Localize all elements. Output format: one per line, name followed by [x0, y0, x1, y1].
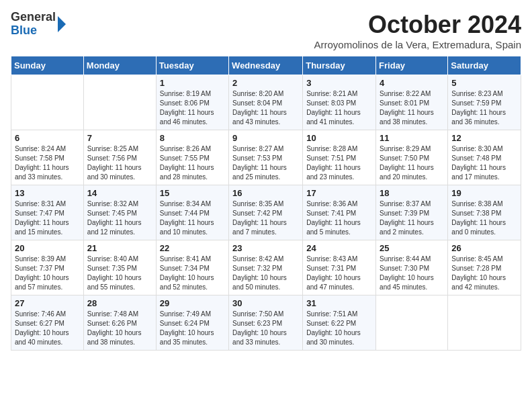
day-number: 24 — [306, 243, 372, 253]
day-number: 13 — [15, 188, 80, 198]
day-number: 2 — [232, 78, 299, 88]
day-info: Sunrise: 8:38 AM Sunset: 7:38 PM Dayligh… — [451, 199, 517, 237]
calendar-table: SundayMondayTuesdayWednesdayThursdayFrid… — [11, 56, 521, 351]
day-info: Sunrise: 8:20 AM Sunset: 8:04 PM Dayligh… — [232, 89, 299, 127]
day-info: Sunrise: 8:21 AM Sunset: 8:03 PM Dayligh… — [306, 89, 372, 127]
day-info: Sunrise: 8:22 AM Sunset: 8:01 PM Dayligh… — [380, 89, 444, 127]
day-info: Sunrise: 8:37 AM Sunset: 7:39 PM Dayligh… — [380, 199, 444, 237]
day-number: 5 — [451, 78, 517, 88]
calendar-cell: 3Sunrise: 8:21 AM Sunset: 8:03 PM Daylig… — [303, 75, 376, 130]
day-number: 17 — [306, 188, 372, 198]
weekday-header-thursday: Thursday — [303, 56, 376, 75]
calendar-cell: 16Sunrise: 8:35 AM Sunset: 7:42 PM Dayli… — [229, 185, 303, 240]
calendar-cell: 19Sunrise: 8:38 AM Sunset: 7:38 PM Dayli… — [448, 185, 521, 240]
calendar-cell: 6Sunrise: 8:24 AM Sunset: 7:58 PM Daylig… — [11, 130, 84, 185]
day-number: 18 — [380, 188, 444, 198]
calendar-cell: 5Sunrise: 8:23 AM Sunset: 7:59 PM Daylig… — [448, 75, 521, 130]
day-info: Sunrise: 8:44 AM Sunset: 7:30 PM Dayligh… — [380, 255, 444, 292]
day-info: Sunrise: 8:24 AM Sunset: 7:58 PM Dayligh… — [15, 144, 80, 182]
calendar-cell: 4Sunrise: 8:22 AM Sunset: 8:01 PM Daylig… — [376, 75, 448, 130]
calendar-cell: 11Sunrise: 8:29 AM Sunset: 7:50 PM Dayli… — [376, 130, 448, 185]
day-number: 1 — [160, 78, 225, 88]
day-number: 9 — [232, 133, 299, 143]
location-subtitle: Arroyomolinos de la Vera, Extremadura, S… — [314, 39, 522, 50]
calendar-cell: 15Sunrise: 8:34 AM Sunset: 7:44 PM Dayli… — [156, 185, 228, 240]
day-number: 11 — [380, 133, 444, 143]
calendar-cell: 13Sunrise: 8:31 AM Sunset: 7:47 PM Dayli… — [11, 185, 84, 240]
day-number: 31 — [306, 298, 372, 308]
logo-blue: Blue — [11, 24, 56, 38]
title-block: October 2024 Arroyomolinos de la Vera, E… — [314, 11, 522, 50]
day-info: Sunrise: 8:26 AM Sunset: 7:55 PM Dayligh… — [160, 144, 225, 182]
day-info: Sunrise: 8:40 AM Sunset: 7:35 PM Dayligh… — [87, 255, 152, 292]
day-info: Sunrise: 8:45 AM Sunset: 7:28 PM Dayligh… — [451, 255, 517, 292]
calendar-cell: 27Sunrise: 7:46 AM Sunset: 6:27 PM Dayli… — [11, 295, 84, 351]
calendar-cell: 21Sunrise: 8:40 AM Sunset: 7:35 PM Dayli… — [83, 240, 156, 295]
day-number: 12 — [451, 133, 517, 143]
page-header: General Blue October 2024 Arroyomolinos … — [11, 11, 521, 50]
day-number: 15 — [160, 188, 225, 198]
day-info: Sunrise: 7:50 AM Sunset: 6:23 PM Dayligh… — [232, 310, 299, 347]
calendar-cell: 9Sunrise: 8:27 AM Sunset: 7:53 PM Daylig… — [229, 130, 303, 185]
logo-general: General — [11, 11, 56, 24]
day-info: Sunrise: 8:42 AM Sunset: 7:32 PM Dayligh… — [232, 255, 299, 292]
day-info: Sunrise: 8:28 AM Sunset: 7:51 PM Dayligh… — [306, 144, 372, 182]
day-info: Sunrise: 8:27 AM Sunset: 7:53 PM Dayligh… — [232, 144, 299, 182]
day-number: 7 — [87, 133, 152, 143]
day-info: Sunrise: 8:29 AM Sunset: 7:50 PM Dayligh… — [380, 144, 444, 182]
calendar-cell: 26Sunrise: 8:45 AM Sunset: 7:28 PM Dayli… — [448, 240, 521, 295]
calendar-cell: 18Sunrise: 8:37 AM Sunset: 7:39 PM Dayli… — [376, 185, 448, 240]
day-info: Sunrise: 8:36 AM Sunset: 7:41 PM Dayligh… — [306, 199, 372, 237]
calendar-cell: 14Sunrise: 8:32 AM Sunset: 7:45 PM Dayli… — [83, 185, 156, 240]
calendar-week-row: 13Sunrise: 8:31 AM Sunset: 7:47 PM Dayli… — [11, 185, 521, 240]
calendar-body: 1Sunrise: 8:19 AM Sunset: 8:06 PM Daylig… — [11, 75, 521, 351]
calendar-cell — [448, 295, 521, 351]
day-info: Sunrise: 8:19 AM Sunset: 8:06 PM Dayligh… — [160, 89, 225, 127]
calendar-week-row: 1Sunrise: 8:19 AM Sunset: 8:06 PM Daylig… — [11, 75, 521, 130]
day-info: Sunrise: 7:48 AM Sunset: 6:26 PM Dayligh… — [87, 310, 152, 347]
weekday-header-wednesday: Wednesday — [229, 56, 303, 75]
calendar-cell: 8Sunrise: 8:26 AM Sunset: 7:55 PM Daylig… — [156, 130, 228, 185]
calendar-week-row: 20Sunrise: 8:39 AM Sunset: 7:37 PM Dayli… — [11, 240, 521, 295]
day-info: Sunrise: 8:30 AM Sunset: 7:48 PM Dayligh… — [451, 144, 517, 182]
logo-icon — [57, 16, 66, 32]
day-info: Sunrise: 8:25 AM Sunset: 7:56 PM Dayligh… — [87, 144, 152, 182]
weekday-header-friday: Friday — [376, 56, 448, 75]
day-number: 19 — [451, 188, 517, 198]
svg-marker-0 — [58, 16, 66, 32]
month-title: October 2024 — [314, 11, 522, 39]
calendar-cell: 2Sunrise: 8:20 AM Sunset: 8:04 PM Daylig… — [229, 75, 303, 130]
weekday-header-monday: Monday — [83, 56, 156, 75]
calendar-cell: 12Sunrise: 8:30 AM Sunset: 7:48 PM Dayli… — [448, 130, 521, 185]
weekday-header-row: SundayMondayTuesdayWednesdayThursdayFrid… — [11, 56, 521, 75]
calendar-cell: 17Sunrise: 8:36 AM Sunset: 7:41 PM Dayli… — [303, 185, 376, 240]
calendar-header: SundayMondayTuesdayWednesdayThursdayFrid… — [11, 56, 521, 75]
day-number: 8 — [160, 133, 225, 143]
day-number: 26 — [451, 243, 517, 253]
day-info: Sunrise: 8:32 AM Sunset: 7:45 PM Dayligh… — [87, 199, 152, 237]
calendar-cell — [376, 295, 448, 351]
logo: General Blue — [11, 11, 66, 38]
calendar-cell: 23Sunrise: 8:42 AM Sunset: 7:32 PM Dayli… — [229, 240, 303, 295]
day-info: Sunrise: 7:46 AM Sunset: 6:27 PM Dayligh… — [15, 310, 80, 347]
calendar-cell: 25Sunrise: 8:44 AM Sunset: 7:30 PM Dayli… — [376, 240, 448, 295]
calendar-cell: 20Sunrise: 8:39 AM Sunset: 7:37 PM Dayli… — [11, 240, 84, 295]
day-number: 30 — [232, 298, 299, 308]
day-info: Sunrise: 8:35 AM Sunset: 7:42 PM Dayligh… — [232, 199, 299, 237]
day-info: Sunrise: 8:23 AM Sunset: 7:59 PM Dayligh… — [451, 89, 517, 127]
weekday-header-saturday: Saturday — [448, 56, 521, 75]
day-number: 6 — [15, 133, 80, 143]
day-number: 10 — [306, 133, 372, 143]
calendar-cell: 24Sunrise: 8:43 AM Sunset: 7:31 PM Dayli… — [303, 240, 376, 295]
day-info: Sunrise: 7:51 AM Sunset: 6:22 PM Dayligh… — [306, 310, 372, 347]
calendar-week-row: 27Sunrise: 7:46 AM Sunset: 6:27 PM Dayli… — [11, 295, 521, 351]
day-number: 23 — [232, 243, 299, 253]
calendar-cell: 30Sunrise: 7:50 AM Sunset: 6:23 PM Dayli… — [229, 295, 303, 351]
weekday-header-tuesday: Tuesday — [156, 56, 228, 75]
day-number: 22 — [160, 243, 225, 253]
day-number: 25 — [380, 243, 444, 253]
day-info: Sunrise: 8:39 AM Sunset: 7:37 PM Dayligh… — [15, 255, 80, 292]
day-info: Sunrise: 7:49 AM Sunset: 6:24 PM Dayligh… — [160, 310, 225, 347]
day-number: 21 — [87, 243, 152, 253]
day-number: 16 — [232, 188, 299, 198]
